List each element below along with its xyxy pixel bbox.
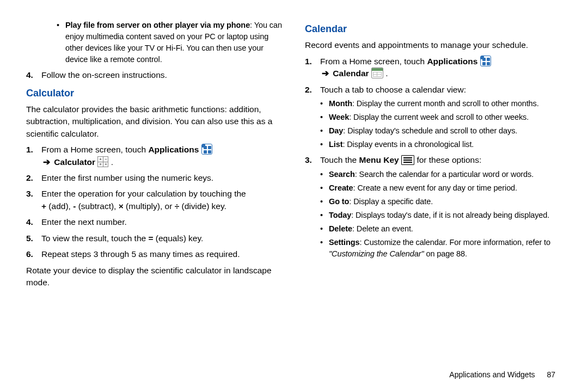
- step-number: 4.: [26, 69, 33, 81]
- manual-page: Play file from server on other player vi…: [0, 0, 588, 302]
- page-footer: Applications and Widgets 87: [449, 369, 555, 380]
- opt-delete: Delete: Delete an event.: [320, 223, 562, 235]
- calendar-intro: Record events and appointments to manage…: [305, 39, 562, 51]
- calendar-label: Calendar: [333, 69, 369, 78]
- cal-step-1: 1. From a Home screen, touch Application…: [305, 56, 562, 80]
- step-number: 1.: [26, 144, 33, 156]
- step-text: Enter the operation for your calculation…: [41, 189, 246, 198]
- opt-search: Search: Search the calendar for a partic…: [320, 169, 562, 180]
- step-text: Follow the on-screen instructions.: [41, 70, 167, 79]
- footer-page-number: 87: [547, 370, 555, 379]
- right-column: Calendar Record events and appointments …: [305, 17, 562, 291]
- cal-step-2: 2. Touch a tab to choose a calendar view…: [305, 84, 562, 151]
- rotate-note: Rotate your device to display the scient…: [26, 265, 283, 289]
- settings-ref: "Customizing the Calendar": [329, 249, 424, 258]
- continued-bullet-block: Play file from server on other player vi…: [26, 20, 283, 65]
- cal-step-3: 3. Touch the Menu Key for these options:…: [305, 154, 562, 260]
- arrow-icon: ➔: [320, 69, 330, 78]
- equals-key: =: [148, 234, 153, 243]
- step-ops: + (add), - (subtract), × (multiply), or …: [41, 201, 226, 211]
- arrow-icon: ➔: [41, 157, 52, 167]
- calc-step-5: 5. To view the result, touch the = (equa…: [26, 232, 283, 244]
- opt-text: : Display a specific date.: [349, 197, 433, 206]
- step-number: 2.: [305, 84, 312, 96]
- calculator-icon: +−×÷: [97, 156, 108, 167]
- opt-label: Create: [329, 183, 353, 192]
- step-number: 4.: [26, 216, 33, 228]
- opt-text: : Create a new event for any day or time…: [353, 183, 517, 192]
- step-follow-instructions: 4. Follow the on-screen instructions.: [26, 69, 283, 81]
- opt-text: : Customize the calendar. For more infor…: [359, 238, 550, 247]
- view-week: Week: Display the current week and scrol…: [320, 112, 562, 123]
- calc-step-2: 2. Enter the first number using the nume…: [26, 172, 283, 184]
- view-day: Day: Display today's schedule and scroll…: [320, 125, 562, 137]
- step-text: Touch a tab to choose a calendar view:: [320, 85, 466, 94]
- heading-calculator: Calculator: [26, 86, 283, 100]
- view-list: List: Display events in a chronological …: [320, 139, 562, 150]
- bullet-label: Play file from server on other player vi…: [65, 21, 250, 29]
- step-text: From a Home screen, touch: [320, 57, 427, 66]
- opt-today: Today: Displays today's date, if it is n…: [320, 210, 562, 221]
- footer-section: Applications and Widgets: [449, 370, 535, 379]
- opt-label: Week: [329, 113, 349, 121]
- opt-goto: Go to: Display a specific date.: [320, 196, 562, 207]
- step-number: 5.: [26, 232, 33, 244]
- settings-page-ref: on page 88.: [424, 249, 467, 258]
- applications-label: Applications: [148, 145, 199, 154]
- heading-calendar: Calendar: [305, 22, 562, 36]
- opt-label: Go to: [329, 197, 349, 206]
- opt-text: : Search the calendar for a particular w…: [355, 170, 534, 179]
- opt-text: : Display the current month and scroll t…: [352, 99, 539, 108]
- opt-text: : Displays today's date, if it is not al…: [351, 211, 549, 219]
- opt-label: Search: [329, 170, 355, 179]
- step-number: 1.: [305, 56, 312, 68]
- applications-label: Applications: [427, 57, 477, 66]
- calendar-icon: [371, 68, 383, 78]
- calc-step-1: 1. From a Home screen, touch Application…: [26, 144, 283, 168]
- opt-text: : Display today's schedule and scroll to…: [343, 126, 517, 135]
- menu-key-label: Menu Key: [359, 155, 399, 164]
- step-text-a: To view the result, touch the: [41, 234, 148, 243]
- step-text-b: (equals) key.: [154, 234, 204, 243]
- step-number: 2.: [26, 172, 33, 184]
- step-text: Repeat steps 3 through 5 as many times a…: [41, 249, 240, 259]
- step-text: From a Home screen, touch: [41, 145, 148, 154]
- step-number: 3.: [305, 154, 312, 166]
- opt-text: : Delete an event.: [352, 224, 413, 233]
- step-number: 3.: [26, 188, 33, 200]
- menu-key-icon: [401, 155, 414, 165]
- opt-label: Day: [329, 126, 343, 135]
- opt-label: Settings: [329, 238, 359, 247]
- view-month: Month: Display the current month and scr…: [320, 98, 562, 109]
- step-text-a: Touch the: [320, 155, 359, 164]
- left-column: Play file from server on other player vi…: [26, 17, 283, 291]
- bullet-play-from-server: Play file from server on other player vi…: [57, 20, 283, 65]
- opt-text: : Display the current week and scroll to…: [349, 113, 529, 121]
- step-text: Enter the first number using the numeric…: [41, 173, 213, 182]
- opt-settings: Settings: Customize the calendar. For mo…: [320, 237, 562, 260]
- opt-text: : Display events in a chronological list…: [342, 140, 474, 149]
- opt-label: List: [329, 140, 342, 149]
- calc-step-6: 6. Repeat steps 3 through 5 as many time…: [26, 248, 283, 260]
- calculator-label: Calculator: [54, 157, 95, 167]
- calc-step-4: 4. Enter the next number.: [26, 216, 283, 228]
- step-text-b: for these options:: [416, 155, 481, 164]
- applications-icon: [480, 56, 491, 66]
- calculator-intro: The calculator provides the basic arithm…: [26, 103, 283, 140]
- step-text: Enter the next number.: [41, 217, 127, 226]
- opt-label: Today: [329, 211, 351, 219]
- opt-label: Delete: [329, 224, 352, 233]
- applications-icon: [201, 144, 212, 155]
- opt-label: Month: [329, 99, 352, 108]
- step-number: 6.: [26, 248, 33, 260]
- opt-create: Create: Create a new event for any day o…: [320, 182, 562, 194]
- calc-step-3: 3. Enter the operation for your calculat…: [26, 188, 283, 212]
